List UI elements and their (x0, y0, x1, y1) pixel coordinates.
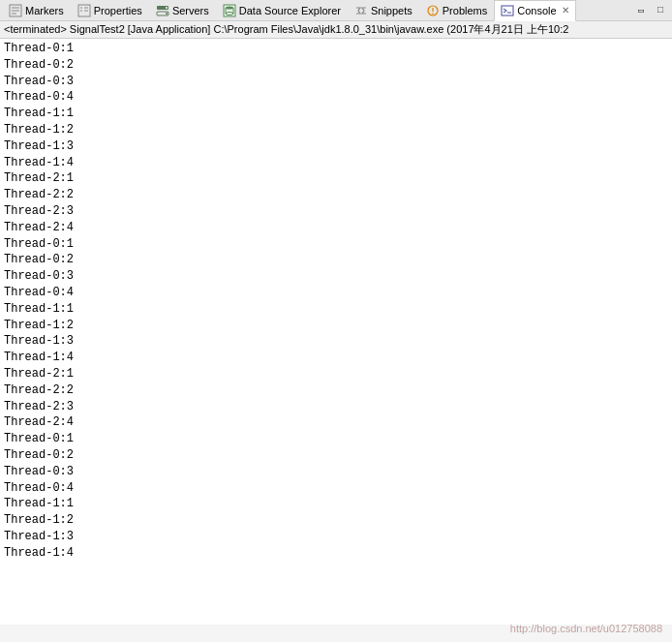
tab-markers[interactable]: Markers (2, 0, 71, 21)
console-line: Thread-1:3 (4, 138, 668, 155)
svg-point-20 (432, 13, 434, 15)
minimize-button[interactable]: ▭ (631, 2, 651, 19)
console-line: Thread-0:3 (4, 464, 668, 480)
console-line: Thread-1:3 (4, 333, 668, 350)
console-line: Thread-0:4 (4, 285, 668, 301)
tab-servers[interactable]: Servers (149, 0, 216, 21)
status-text: <terminated> SignalTest2 [Java Applicati… (4, 22, 568, 37)
markers-icon (9, 4, 22, 17)
tab-datasource-label: Data Source Explorer (239, 5, 341, 16)
tab-snippets[interactable]: Snippets (348, 0, 419, 21)
tab-properties[interactable]: Properties (71, 0, 149, 21)
console-line: Thread-0:3 (4, 268, 668, 285)
tab-bar: Markers Properties Servers Data Source E… (0, 0, 672, 21)
console-line: Thread-0:2 (4, 447, 668, 464)
svg-point-12 (166, 13, 168, 15)
tab-problems-label: Problems (443, 5, 487, 16)
console-line: Thread-0:1 (4, 236, 668, 253)
console-line: Thread-1:4 (4, 350, 668, 366)
tab-properties-label: Properties (94, 5, 142, 16)
console-line: Thread-0:2 (4, 57, 668, 74)
console-line: Thread-2:3 (4, 203, 668, 220)
snippets-icon (354, 4, 368, 17)
status-bar: <terminated> SignalTest2 [Java Applicati… (0, 21, 672, 39)
console-line: Thread-1:2 (4, 512, 668, 529)
tab-datasource[interactable]: Data Source Explorer (216, 0, 348, 21)
console-line: Thread-1:3 (4, 529, 668, 545)
console-line: Thread-1:4 (4, 155, 668, 171)
console-line: Thread-0:4 (4, 480, 668, 497)
console-line: Thread-2:2 (4, 187, 668, 203)
tab-console-close[interactable]: ✕ (562, 5, 569, 15)
console-line: Thread-1:1 (4, 301, 668, 318)
tab-problems[interactable]: Problems (419, 0, 494, 21)
console-line: Thread-0:2 (4, 252, 668, 268)
console-line: Thread-0:1 (4, 431, 668, 447)
watermark: http://blog.csdn.net/u012758088 (510, 623, 662, 634)
datasource-icon (223, 4, 236, 17)
console-wrapper: <terminated> SignalTest2 [Java Applicati… (0, 21, 672, 625)
console-line: Thread-1:2 (4, 122, 668, 138)
problems-icon (426, 4, 440, 17)
console-line: Thread-2:4 (4, 414, 668, 431)
console-line: Thread-1:2 (4, 318, 668, 334)
console-icon (501, 4, 514, 17)
tab-snippets-label: Snippets (371, 5, 412, 16)
tab-markers-label: Markers (25, 5, 64, 16)
maximize-button[interactable]: □ (651, 2, 670, 19)
console-line: Thread-2:1 (4, 170, 668, 187)
servers-icon (156, 4, 169, 17)
svg-point-11 (166, 7, 168, 9)
console-line: Thread-2:1 (4, 366, 668, 382)
console-line: Thread-0:1 (4, 41, 668, 57)
console-line: Thread-1:1 (4, 106, 668, 122)
console-line: Thread-0:4 (4, 89, 668, 106)
tab-console[interactable]: Console ✕ (494, 0, 575, 21)
tab-console-label: Console (517, 5, 556, 16)
console-line: Thread-2:2 (4, 382, 668, 399)
svg-point-14 (226, 6, 233, 9)
console-line: Thread-1:4 (4, 545, 668, 562)
tab-servers-label: Servers (172, 5, 209, 16)
properties-icon (77, 4, 91, 17)
console-line: Thread-0:3 (4, 74, 668, 90)
console-line: Thread-2:4 (4, 220, 668, 236)
console-line: Thread-1:1 (4, 496, 668, 512)
console-output[interactable]: Thread-0:1Thread-0:2Thread-0:3Thread-0:4… (0, 39, 672, 625)
console-line: Thread-2:3 (4, 399, 668, 415)
